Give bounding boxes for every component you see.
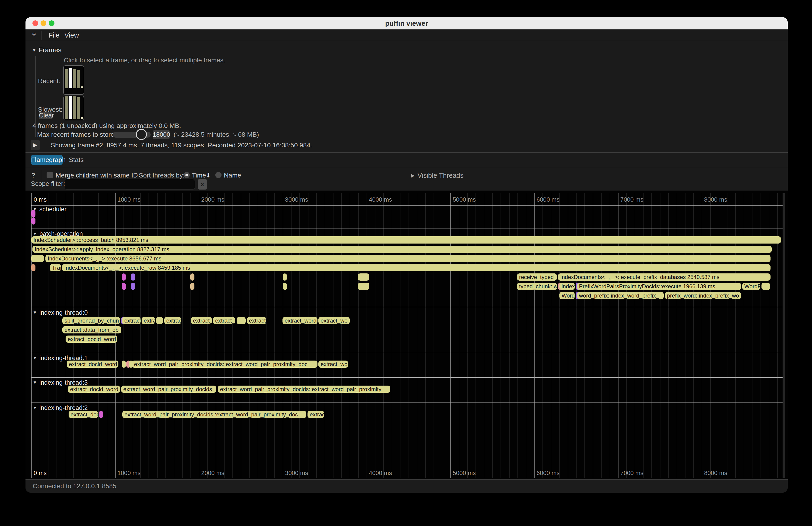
scope-bar[interactable]: extract_word_pair_proximity_docids::extr… [132,361,317,368]
scope-bar[interactable]: typed_chunk::w [517,283,557,290]
scope-bar[interactable]: index [560,283,575,290]
scrollbar[interactable] [783,193,785,478]
menu-item-view[interactable]: View [64,31,79,39]
scope-bar[interactable]: extract_ [191,317,212,324]
menu-item-file[interactable]: File [49,31,60,39]
minor-gridline [760,193,761,478]
frames-hint-text: Click to select a frame, or drag to sele… [64,57,225,64]
scope-bar[interactable]: IndexDocuments<_, _>::execute_raw 8459.1… [62,264,770,271]
major-gridline [199,193,199,478]
sort-by-time-radio[interactable] [184,172,190,178]
scope-bar[interactable]: extract::data_from_ob [62,326,121,334]
scope-bar[interactable] [283,274,287,281]
scope-bar[interactable]: word_prefix::index_word_prefix_ [577,292,664,299]
merge-children-label: Merge children with same ID [56,172,138,179]
frame-thumbnail-bar[interactable] [73,97,76,119]
scope-bar[interactable]: WordPr [742,283,760,290]
merge-children-checkbox[interactable] [47,172,53,178]
scope-bar[interactable] [122,274,126,281]
sort-by-name-radio[interactable] [215,172,221,178]
scope-bar[interactable]: extract_doc [69,411,98,418]
frame-thumbnail-bar[interactable] [81,86,83,88]
minor-gridline [333,193,333,478]
clear-filter-button[interactable]: x [198,179,207,190]
scope-bar[interactable] [762,283,770,290]
scope-bar[interactable]: extract_wo [318,361,348,368]
scope-bar[interactable] [31,210,35,217]
sort-direction-arrow-icon[interactable]: ⬇ [206,172,211,179]
scope-bar[interactable]: extract_wo [318,317,349,324]
scope-bar[interactable]: extrac [307,411,324,418]
scope-bar[interactable] [156,317,163,324]
scope-bar[interactable] [99,411,103,418]
minor-gridline [568,193,568,478]
scope-bar[interactable]: extract_word_pair_proximity_docids::extr… [218,385,390,393]
scope-bar[interactable] [31,264,35,271]
scope-bar[interactable]: Word [560,292,575,299]
theme-toggle-icon[interactable]: ✳ [31,31,37,39]
scope-bar[interactable]: IndexDocuments<_, _>::execute_prefix_dat… [558,274,770,281]
frame-thumbnail-bar[interactable] [77,70,80,88]
scope-bar[interactable] [131,283,135,290]
scope-bar[interactable]: extract [247,317,266,324]
frame-thumbnail-bar[interactable] [81,117,83,119]
scope-bar[interactable] [131,274,135,281]
thread-header-indexing-thread:0[interactable]: ▼indexing-thread:0 [33,309,88,316]
scope-bar[interactable] [31,255,44,262]
scope-bar[interactable]: prefix_word::index_prefix_wo [665,292,741,299]
scope-bar[interactable]: extract_word_pair_proximity_docids::extr… [122,411,306,418]
frame-thumbnail-bar[interactable] [73,69,76,88]
flamegraph-canvas[interactable]: 0 ms0 ms1000 ms1000 ms2000 ms2000 ms3000… [31,193,783,478]
visible-threads-header[interactable]: ▶Visible Threads [411,172,463,179]
scope-bar[interactable]: IndexDocuments<_, _>::execute 8656.677 m… [45,255,770,262]
scope-bar[interactable] [122,283,126,290]
scope-bar[interactable]: extract [122,317,141,324]
scope-bar[interactable]: IndexScheduler>::process_batch 8953.821 … [31,236,781,244]
tab-stats[interactable]: Stats [67,155,85,165]
scope-bar[interactable] [358,283,369,290]
divider [26,167,788,167]
tab-flamegraph[interactable]: Flamegraph [31,155,62,165]
frame-thumbnail-bar[interactable] [65,97,68,119]
frame-thumbnail-bar[interactable] [69,96,72,119]
scope-bar[interactable] [283,283,287,290]
scope-bar[interactable]: extrac [164,317,181,324]
sort-time-label[interactable]: Time [192,172,206,179]
thread-header-scheduler[interactable]: ▼scheduler [33,206,67,213]
scope-bar[interactable]: extract_word_pair_proximity_docids [121,385,216,393]
recent-frames-thumbnail[interactable] [63,65,84,95]
sort-name-label[interactable]: Name [224,172,241,179]
scope-bar[interactable] [190,274,194,281]
scope-bar[interactable]: PrefixWordPairsProximityDocids::execute … [577,283,741,290]
scope-bar[interactable]: split_grenad_by_chun [62,317,120,324]
help-icon[interactable]: ? [31,172,35,179]
scope-bar[interactable]: extract_docid_word [66,336,117,343]
thread-header-indexing-thread:3[interactable]: ▼indexing-thread:3 [33,379,88,386]
scope-bar[interactable]: extra [142,317,155,324]
scope-bar[interactable] [31,217,35,224]
scope-bar[interactable]: extract_ [213,317,235,324]
slowest-frames-thumbnail[interactable] [63,96,84,120]
thread-header-indexing-thread:2[interactable]: ▼indexing-thread:2 [33,404,88,411]
minor-gridline [434,193,434,478]
scope-bar[interactable]: IndexScheduler>::apply_index_operation 8… [32,246,772,253]
frames-section-header[interactable]: ▼Frames [32,46,61,54]
app-window: puffin viewer ✳ File View ▼Frames Click … [26,17,788,493]
scope-bar[interactable]: receive_typed_ [517,274,557,281]
scope-bar[interactable]: Trans [50,264,61,271]
max-frames-value[interactable]: 18000 [153,130,170,139]
frame-thumbnail-bar[interactable] [69,68,72,88]
scope-bar[interactable]: extract_docid_word [67,361,118,368]
scope-bar[interactable] [190,283,194,290]
frame-thumbnail-bar[interactable] [77,97,80,119]
scope-filter-input[interactable] [65,179,195,190]
frame-thumbnail-bar[interactable] [65,69,68,88]
scope-bar[interactable] [236,317,246,324]
scope-bar[interactable]: extract_word [282,317,317,324]
scope-bar[interactable]: extract_docid_word [68,385,120,393]
scope-bar[interactable] [122,361,126,368]
clear-button[interactable]: Clear [39,112,53,119]
scope-bar[interactable] [358,274,369,281]
slider-knob[interactable] [136,129,147,140]
play-button[interactable]: ▶ [31,140,40,150]
